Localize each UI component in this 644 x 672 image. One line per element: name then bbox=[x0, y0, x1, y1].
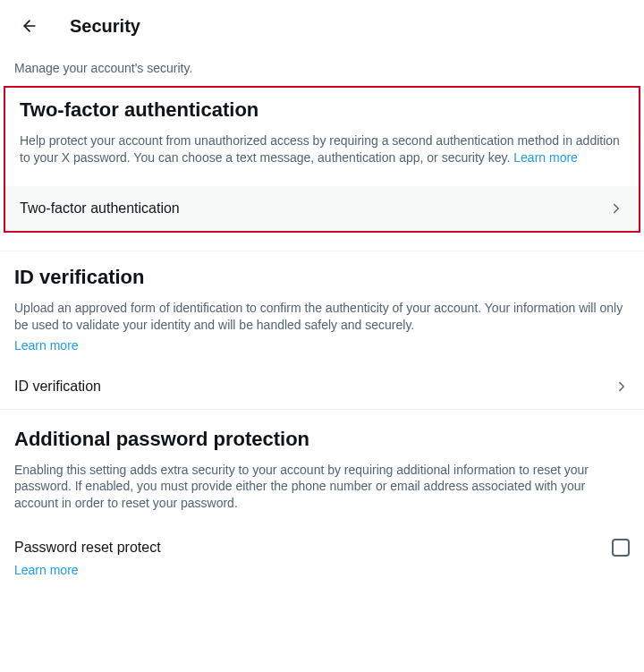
id-verification-desc-text: Upload an approved form of identificatio… bbox=[14, 301, 623, 332]
two-factor-row-label: Two-factor authentication bbox=[20, 200, 180, 217]
id-verification-desc: Upload an approved form of identificatio… bbox=[14, 300, 630, 334]
two-factor-section: Two-factor authentication Help protect y… bbox=[5, 98, 639, 166]
id-verification-title: ID verification bbox=[14, 266, 630, 289]
password-reset-protect-checkbox[interactable] bbox=[612, 539, 630, 557]
id-verification-section: ID verification Upload an approved form … bbox=[0, 251, 644, 353]
id-verification-row-label: ID verification bbox=[14, 379, 101, 395]
password-protect-section: Additional password protection Enabling … bbox=[0, 410, 644, 513]
password-reset-protect-label: Password reset protect bbox=[14, 540, 161, 556]
password-protect-learn-more-link[interactable]: Learn more bbox=[14, 563, 79, 577]
password-protect-desc: Enabling this setting adds extra securit… bbox=[14, 462, 630, 513]
chevron-right-icon bbox=[608, 200, 624, 217]
back-button[interactable] bbox=[14, 11, 45, 41]
arrow-left-icon bbox=[21, 17, 38, 35]
page-header: Security bbox=[0, 0, 644, 52]
two-factor-highlight: Two-factor authentication Help protect y… bbox=[4, 86, 640, 233]
chevron-right-icon bbox=[614, 379, 630, 395]
page-title: Security bbox=[70, 16, 140, 37]
two-factor-desc: Help protect your account from unauthori… bbox=[20, 132, 624, 166]
password-protect-title: Additional password protection bbox=[14, 428, 630, 451]
two-factor-title: Two-factor authentication bbox=[20, 98, 624, 122]
two-factor-learn-more-link[interactable]: Learn more bbox=[513, 150, 578, 165]
id-verification-learn-more-link[interactable]: Learn more bbox=[14, 338, 79, 353]
password-reset-protect-row: Password reset protect bbox=[0, 524, 644, 562]
id-verification-row[interactable]: ID verification bbox=[0, 364, 644, 409]
page-subtitle: Manage your account's security. bbox=[0, 52, 644, 79]
two-factor-row[interactable]: Two-factor authentication bbox=[5, 186, 639, 231]
